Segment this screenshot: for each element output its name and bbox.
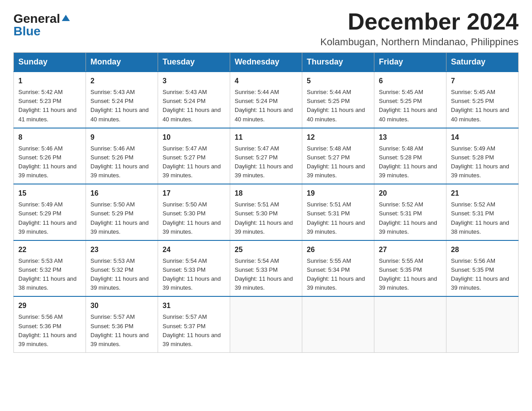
- day-info: Sunrise: 5:43 AMSunset: 5:24 PMDaylight:…: [90, 88, 153, 124]
- day-cell-4: 4Sunrise: 5:44 AMSunset: 5:24 PMDaylight…: [230, 72, 302, 128]
- day-cell-1: 1Sunrise: 5:42 AMSunset: 5:23 PMDaylight…: [14, 72, 86, 128]
- day-number: 29: [18, 300, 81, 311]
- day-number: 6: [379, 76, 442, 86]
- day-info: Sunrise: 5:45 AMSunset: 5:25 PMDaylight:…: [451, 88, 514, 124]
- day-cell-13: 13Sunrise: 5:48 AMSunset: 5:28 PMDayligh…: [374, 128, 446, 184]
- calendar-header-row: SundayMondayTuesdayWednesdayThursdayFrid…: [14, 53, 519, 72]
- day-cell-26: 26Sunrise: 5:55 AMSunset: 5:34 PMDayligh…: [302, 240, 374, 297]
- day-number: 8: [18, 132, 81, 143]
- day-info: Sunrise: 5:50 AMSunset: 5:30 PMDaylight:…: [163, 200, 225, 236]
- title-block: December 2024 Kolambugan, Northern Minda…: [320, 9, 519, 48]
- day-info: Sunrise: 5:55 AMSunset: 5:35 PMDaylight:…: [379, 257, 442, 293]
- day-cell-5: 5Sunrise: 5:44 AMSunset: 5:25 PMDaylight…: [302, 72, 374, 128]
- day-cell-10: 10Sunrise: 5:47 AMSunset: 5:27 PMDayligh…: [158, 128, 230, 184]
- logo-blue-text: Blue: [13, 24, 41, 38]
- week-row-4: 22Sunrise: 5:53 AMSunset: 5:32 PMDayligh…: [14, 240, 519, 297]
- day-number: 23: [90, 244, 153, 255]
- day-cell-15: 15Sunrise: 5:49 AMSunset: 5:29 PMDayligh…: [14, 184, 86, 240]
- logo: General Blue: [13, 9, 71, 38]
- month-title: December 2024: [320, 9, 519, 34]
- day-number: 7: [451, 76, 514, 86]
- day-info: Sunrise: 5:49 AMSunset: 5:28 PMDaylight:…: [451, 144, 514, 180]
- day-cell-27: 27Sunrise: 5:55 AMSunset: 5:35 PMDayligh…: [374, 240, 446, 297]
- day-info: Sunrise: 5:54 AMSunset: 5:33 PMDaylight:…: [235, 257, 297, 293]
- day-number: 27: [379, 244, 442, 255]
- weekday-header-monday: Monday: [86, 53, 158, 72]
- day-number: 14: [451, 132, 514, 143]
- logo-general-text: General: [13, 13, 60, 25]
- day-cell-20: 20Sunrise: 5:52 AMSunset: 5:31 PMDayligh…: [374, 184, 446, 240]
- day-info: Sunrise: 5:51 AMSunset: 5:31 PMDaylight:…: [307, 200, 369, 236]
- empty-cell: [302, 296, 374, 352]
- empty-cell: [230, 296, 302, 352]
- day-cell-28: 28Sunrise: 5:56 AMSunset: 5:35 PMDayligh…: [446, 240, 519, 297]
- day-number: 21: [451, 188, 514, 199]
- empty-cell: [446, 296, 519, 352]
- location-title: Kolambugan, Northern Mindanao, Philippin…: [320, 36, 519, 48]
- day-cell-12: 12Sunrise: 5:48 AMSunset: 5:27 PMDayligh…: [302, 128, 374, 184]
- day-info: Sunrise: 5:53 AMSunset: 5:32 PMDaylight:…: [90, 257, 153, 293]
- day-number: 12: [307, 132, 369, 143]
- svg-marker-0: [62, 15, 70, 21]
- day-cell-16: 16Sunrise: 5:50 AMSunset: 5:29 PMDayligh…: [86, 184, 158, 240]
- empty-cell: [374, 296, 446, 352]
- week-row-3: 15Sunrise: 5:49 AMSunset: 5:29 PMDayligh…: [14, 184, 519, 240]
- week-row-1: 1Sunrise: 5:42 AMSunset: 5:23 PMDaylight…: [14, 72, 519, 128]
- day-info: Sunrise: 5:56 AMSunset: 5:35 PMDaylight:…: [451, 257, 514, 293]
- day-number: 5: [307, 76, 369, 86]
- day-cell-29: 29Sunrise: 5:56 AMSunset: 5:36 PMDayligh…: [14, 296, 86, 352]
- logo-arrow-icon: [61, 13, 71, 23]
- day-cell-31: 31Sunrise: 5:57 AMSunset: 5:37 PMDayligh…: [158, 296, 230, 352]
- day-number: 11: [235, 132, 297, 143]
- day-number: 24: [163, 244, 225, 255]
- day-number: 19: [307, 188, 369, 199]
- calendar-table: SundayMondayTuesdayWednesdayThursdayFrid…: [13, 52, 519, 353]
- day-info: Sunrise: 5:55 AMSunset: 5:34 PMDaylight:…: [307, 257, 369, 293]
- day-info: Sunrise: 5:57 AMSunset: 5:37 PMDaylight:…: [163, 313, 225, 349]
- day-info: Sunrise: 5:51 AMSunset: 5:30 PMDaylight:…: [235, 200, 297, 236]
- day-info: Sunrise: 5:53 AMSunset: 5:32 PMDaylight:…: [18, 257, 81, 293]
- day-info: Sunrise: 5:56 AMSunset: 5:36 PMDaylight:…: [18, 313, 81, 349]
- day-cell-21: 21Sunrise: 5:52 AMSunset: 5:31 PMDayligh…: [446, 184, 519, 240]
- day-number: 26: [307, 244, 369, 255]
- week-row-2: 8Sunrise: 5:46 AMSunset: 5:26 PMDaylight…: [14, 128, 519, 184]
- day-info: Sunrise: 5:50 AMSunset: 5:29 PMDaylight:…: [90, 200, 153, 236]
- day-number: 17: [163, 188, 225, 199]
- day-cell-3: 3Sunrise: 5:43 AMSunset: 5:24 PMDaylight…: [158, 72, 230, 128]
- day-cell-9: 9Sunrise: 5:46 AMSunset: 5:26 PMDaylight…: [86, 128, 158, 184]
- day-info: Sunrise: 5:48 AMSunset: 5:28 PMDaylight:…: [379, 144, 442, 180]
- day-number: 15: [18, 188, 81, 199]
- day-info: Sunrise: 5:44 AMSunset: 5:24 PMDaylight:…: [235, 88, 297, 124]
- week-row-5: 29Sunrise: 5:56 AMSunset: 5:36 PMDayligh…: [14, 296, 519, 352]
- day-number: 18: [235, 188, 297, 199]
- day-info: Sunrise: 5:52 AMSunset: 5:31 PMDaylight:…: [379, 200, 442, 236]
- day-number: 13: [379, 132, 442, 143]
- day-cell-25: 25Sunrise: 5:54 AMSunset: 5:33 PMDayligh…: [230, 240, 302, 297]
- day-info: Sunrise: 5:44 AMSunset: 5:25 PMDaylight:…: [307, 88, 369, 124]
- weekday-header-thursday: Thursday: [302, 53, 374, 72]
- day-cell-17: 17Sunrise: 5:50 AMSunset: 5:30 PMDayligh…: [158, 184, 230, 240]
- weekday-header-saturday: Saturday: [446, 53, 519, 72]
- day-cell-6: 6Sunrise: 5:45 AMSunset: 5:25 PMDaylight…: [374, 72, 446, 128]
- day-info: Sunrise: 5:52 AMSunset: 5:31 PMDaylight:…: [451, 200, 514, 236]
- page-header: General Blue December 2024 Kolambugan, N…: [13, 9, 519, 48]
- day-info: Sunrise: 5:47 AMSunset: 5:27 PMDaylight:…: [235, 144, 297, 180]
- day-cell-11: 11Sunrise: 5:47 AMSunset: 5:27 PMDayligh…: [230, 128, 302, 184]
- day-info: Sunrise: 5:54 AMSunset: 5:33 PMDaylight:…: [163, 257, 225, 293]
- day-cell-7: 7Sunrise: 5:45 AMSunset: 5:25 PMDaylight…: [446, 72, 519, 128]
- day-info: Sunrise: 5:47 AMSunset: 5:27 PMDaylight:…: [163, 144, 225, 180]
- day-info: Sunrise: 5:45 AMSunset: 5:25 PMDaylight:…: [379, 88, 442, 124]
- day-info: Sunrise: 5:48 AMSunset: 5:27 PMDaylight:…: [307, 144, 369, 180]
- day-info: Sunrise: 5:49 AMSunset: 5:29 PMDaylight:…: [18, 200, 81, 236]
- weekday-header-wednesday: Wednesday: [230, 53, 302, 72]
- day-info: Sunrise: 5:57 AMSunset: 5:36 PMDaylight:…: [90, 313, 153, 349]
- day-number: 22: [18, 244, 81, 255]
- day-number: 30: [90, 300, 153, 311]
- weekday-header-tuesday: Tuesday: [158, 53, 230, 72]
- day-cell-22: 22Sunrise: 5:53 AMSunset: 5:32 PMDayligh…: [14, 240, 86, 297]
- day-number: 1: [18, 76, 81, 86]
- day-cell-14: 14Sunrise: 5:49 AMSunset: 5:28 PMDayligh…: [446, 128, 519, 184]
- day-cell-8: 8Sunrise: 5:46 AMSunset: 5:26 PMDaylight…: [14, 128, 86, 184]
- day-number: 31: [163, 300, 225, 311]
- day-info: Sunrise: 5:43 AMSunset: 5:24 PMDaylight:…: [163, 88, 225, 124]
